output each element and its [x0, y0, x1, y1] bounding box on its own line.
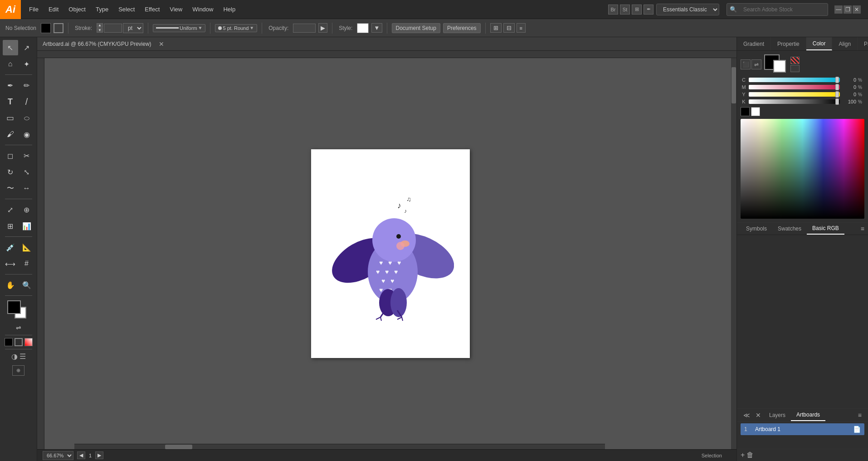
- layers-collapse-btn[interactable]: ≪: [741, 409, 753, 421]
- brush-selector[interactable]: 5 pt. Round ▼: [215, 24, 257, 32]
- menu-edit[interactable]: Edit: [44, 4, 63, 15]
- search-stock-input[interactable]: [739, 5, 820, 15]
- none-btn[interactable]: [24, 338, 33, 346]
- menu-type[interactable]: Type: [91, 4, 113, 15]
- measure-tool[interactable]: 📐: [19, 240, 34, 255]
- tab-gradient[interactable]: Gradient: [737, 37, 771, 50]
- stroke-value-input[interactable]: 1 pt: [104, 24, 122, 33]
- solid-color-btn[interactable]: [5, 338, 13, 346]
- tab-artboards[interactable]: Artboards: [791, 409, 825, 421]
- stock-icon[interactable]: St: [620, 5, 630, 15]
- scale-tool[interactable]: ⤡: [19, 164, 34, 180]
- c-slider[interactable]: [749, 78, 840, 82]
- k-slider[interactable]: [749, 99, 840, 104]
- line-tool[interactable]: /: [19, 94, 34, 109]
- new-artboard-btn[interactable]: +: [741, 451, 745, 459]
- none-swatch-1[interactable]: [790, 57, 800, 64]
- foreground-color[interactable]: [7, 300, 21, 314]
- menu-window[interactable]: Window: [188, 4, 218, 15]
- hand-tool[interactable]: ✋: [3, 277, 18, 293]
- quick-swatch-white[interactable]: [751, 107, 760, 116]
- swatches-menu-btn[interactable]: ≡: [861, 223, 864, 235]
- panel-btn[interactable]: ≡: [517, 23, 526, 33]
- layers-close-btn[interactable]: ✕: [753, 409, 764, 421]
- menu-view[interactable]: View: [165, 4, 187, 15]
- puppet-tool[interactable]: ⊕: [19, 202, 34, 217]
- scissors-tool[interactable]: ✂: [19, 148, 34, 163]
- tab-properties[interactable]: Propertie: [771, 37, 806, 50]
- menu-select[interactable]: Select: [114, 4, 139, 15]
- zoom-selector[interactable]: 66.67%: [43, 451, 73, 460]
- rotate-tool[interactable]: ↻: [3, 164, 18, 180]
- horizontal-scrollbar[interactable]: [74, 444, 605, 449]
- opacity-expand-btn[interactable]: ▶: [318, 23, 327, 33]
- artboard-options-btn[interactable]: 📄: [853, 426, 861, 433]
- blob-tool[interactable]: ◉: [19, 127, 34, 142]
- mesh-tool[interactable]: #: [19, 256, 34, 271]
- color-picker-gradient[interactable]: [741, 119, 864, 219]
- graph-tool[interactable]: 📊: [19, 218, 34, 234]
- rect-tool[interactable]: ▭: [3, 110, 18, 126]
- menu-object[interactable]: Object: [64, 4, 90, 15]
- delete-artboard-btn[interactable]: 🗑: [746, 451, 754, 459]
- stroke-unit-select[interactable]: pt: [123, 23, 143, 33]
- preferences-button[interactable]: Preferences: [443, 23, 481, 33]
- opacity-input[interactable]: 100%: [293, 24, 316, 33]
- select-tool[interactable]: ↖: [3, 40, 18, 55]
- stroke-up[interactable]: ▲: [97, 23, 103, 28]
- h-scrollbar-thumb[interactable]: [165, 445, 192, 449]
- magic-wand-tool[interactable]: ✦: [19, 56, 34, 72]
- y-slider-thumb[interactable]: [835, 91, 839, 98]
- fill-swatch[interactable]: [41, 23, 51, 33]
- tab-layers[interactable]: Layers: [764, 409, 791, 421]
- lasso-tool[interactable]: ⌂: [3, 56, 18, 72]
- prev-artboard-btn[interactable]: ◀: [77, 451, 85, 459]
- doc-close-btn[interactable]: ✕: [159, 40, 164, 48]
- style-preview[interactable]: [357, 23, 369, 33]
- m-slider[interactable]: [749, 85, 840, 89]
- width-tool[interactable]: ↔: [19, 181, 34, 196]
- pen-tool[interactable]: ✒: [3, 78, 18, 93]
- eyedropper-tool[interactable]: 💉: [3, 240, 18, 255]
- brush-tool[interactable]: 🖌: [3, 127, 18, 142]
- tab-align[interactable]: Align: [832, 37, 858, 50]
- m-slider-thumb[interactable]: [835, 84, 839, 90]
- swap-colors-btn[interactable]: ⇌: [16, 324, 21, 331]
- direct-select-tool[interactable]: ↗: [19, 40, 34, 55]
- artboard[interactable]: ♪ ♫ ♪: [311, 149, 470, 358]
- zoom-tool[interactable]: 🔍: [19, 277, 34, 293]
- eraser-tool[interactable]: ◻: [3, 148, 18, 163]
- arrange-btn[interactable]: ⊞: [490, 23, 502, 33]
- tab-symbols[interactable]: Symbols: [741, 223, 772, 235]
- tab-pathfinder[interactable]: Pathfin: [858, 37, 868, 50]
- change-screen-btn[interactable]: ◑: [11, 352, 18, 361]
- canvas-scroll[interactable]: ♪ ♫ ♪: [44, 58, 736, 449]
- artboard-item-1[interactable]: 1 Artboard 1 📄: [741, 423, 864, 435]
- close-button[interactable]: ✕: [853, 5, 861, 14]
- quick-swatch-black[interactable]: [741, 107, 750, 116]
- tab-swatches[interactable]: Swatches: [772, 223, 807, 235]
- free-transform-tool[interactable]: ⤢: [3, 202, 18, 217]
- warp-tool[interactable]: 〜: [3, 181, 18, 196]
- ellipse-tool[interactable]: ⬭: [19, 110, 34, 126]
- menu-file[interactable]: File: [24, 4, 43, 15]
- duplicate-artboard-btn[interactable]: ⊕: [12, 365, 24, 376]
- none-swatch-2[interactable]: [790, 65, 800, 72]
- artboard-tool[interactable]: ⊞: [3, 218, 18, 234]
- artboard-btn[interactable]: ⊟: [503, 23, 515, 33]
- grid-icon[interactable]: ⊞: [632, 5, 642, 15]
- artboard-dup-btn[interactable]: ⊕: [12, 365, 24, 376]
- style-dropdown-btn[interactable]: ▼: [371, 23, 382, 33]
- type-tool[interactable]: T: [3, 94, 18, 109]
- color-icon-fg[interactable]: ⬛: [741, 59, 751, 69]
- stroke-style-selector[interactable]: Uniform ▼: [153, 24, 205, 32]
- blend-tool[interactable]: ⟷: [3, 256, 18, 271]
- stroke-down[interactable]: ▼: [97, 28, 103, 33]
- workspace-selector[interactable]: Essentials Classic: [656, 4, 719, 15]
- minimize-button[interactable]: —: [834, 5, 843, 14]
- panel-bg-swatch[interactable]: [773, 60, 786, 73]
- menu-effect[interactable]: Effect: [140, 4, 164, 15]
- tab-basic-rgb[interactable]: Basic RGB: [807, 223, 844, 235]
- c-slider-thumb[interactable]: [835, 77, 839, 83]
- restore-button[interactable]: ❐: [844, 5, 852, 14]
